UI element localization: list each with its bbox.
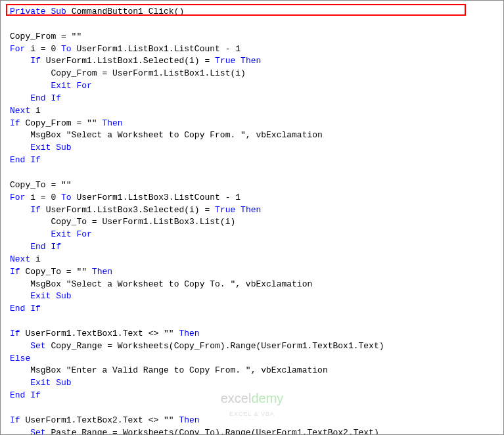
code-text [10,378,30,388]
code-text: UserForm1.ListBox3.ListCount - 1 [72,193,241,202]
code-text [10,242,30,252]
code-keyword: Next [10,106,30,116]
code-text: Paste_Range = Worksheets(Copy_To).Range(… [46,428,379,435]
code-text: i [30,106,41,116]
code-keyword: To [61,44,72,54]
code-line: If Copy_To = "" Then [10,266,494,279]
code-keyword: Set [30,341,45,351]
code-keyword: For [10,193,25,202]
code-line: End If [10,93,494,105]
code-line: End If [10,303,494,315]
code-keyword: End If [30,242,61,252]
code-line: Copy_From = "" [10,31,494,43]
code-text [10,56,30,66]
code-text: MsgBox "Select a Worksheet to Copy From.… [10,130,323,140]
code-text: Copy_To = "" [20,267,92,277]
code-keyword: If [10,118,20,128]
code-line: For i = 0 To UserForm1.ListBox1.ListCoun… [10,43,494,56]
code-keyword: End If [10,304,41,313]
code-line: Else [10,353,494,365]
code-text: i = 0 [25,193,61,202]
code-line [10,315,494,328]
code-keyword: Exit Sub [30,291,71,301]
code-keyword: True Then [215,56,261,66]
code-text [10,205,30,215]
code-text [10,143,30,152]
code-keyword: Exit Sub [30,143,71,152]
code-keyword: To [61,193,72,202]
code-line: End If [10,154,494,167]
code-keyword: Then [92,267,112,277]
code-keyword: If [10,415,20,425]
code-text [10,229,51,239]
code-text [10,428,30,435]
code-line: If UserForm1.ListBox3.Selected(i) = True… [10,204,494,217]
code-keyword: If [10,267,20,277]
code-line [10,167,494,179]
code-text: CommandButton1_Click() [66,7,184,16]
code-text: UserForm1.TextBox1.Text <> "" [20,329,179,338]
code-line: MsgBox "Select a Worksheet to Copy From.… [10,129,494,142]
code-text: UserForm1.TextBox2.Text <> "" [20,415,179,425]
code-keyword: Exit For [51,81,91,91]
code-line: Exit Sub [10,142,494,154]
code-text: Copy_From = UserForm1.ListBox1.List(i) [10,68,246,78]
code-text: Copy_To = "" [10,180,72,190]
code-keyword: End If [10,155,41,165]
code-keyword: Then [179,415,199,425]
code-line: If Copy_From = "" Then [10,118,494,130]
code-line: MsgBox "Enter a Valid Range to Copy From… [10,365,494,377]
code-line: Set Copy_Range = Worksheets(Copy_From).R… [10,340,494,353]
code-keyword: For [10,44,25,54]
code-line: Next i [10,105,494,118]
code-line: Exit Sub [10,377,494,390]
code-keyword: If [30,56,41,66]
code-line: For i = 0 To UserForm1.ListBox3.ListCoun… [10,192,494,204]
code-line: Copy_From = UserForm1.ListBox1.List(i) [10,68,494,80]
code-line: Copy_To = "" [10,179,494,192]
code-line: MsgBox "Select a Worksheet to Copy To. "… [10,279,494,291]
code-line: If UserForm1.TextBox1.Text <> "" Then [10,328,494,340]
code-keyword: Exit Sub [30,378,71,388]
code-line: Next i [10,254,494,266]
code-text [10,341,30,351]
code-line: End If [10,390,494,402]
code-text: Copy_From = "" [10,32,81,41]
code-text: Copy_From = "" [20,118,103,128]
code-text: Copy_Range = Worksheets(Copy_From).Range… [46,341,384,351]
code-keyword: End If [10,390,41,400]
code-text: i = 0 [25,44,61,54]
code-keyword: Then [179,329,199,338]
code-keyword: Private Sub [10,7,66,16]
code-text [10,93,30,103]
code-text [10,291,30,301]
code-keyword: End If [30,93,61,103]
code-line: Copy_To = UserForm1.ListBox3.List(i) [10,216,494,229]
code-line: Set Paste_Range = Worksheets(Copy_To).Ra… [10,427,494,435]
code-keyword: True Then [215,205,261,215]
code-keyword: If [10,329,20,338]
code-editor[interactable]: Private Sub CommandButton1_Click() Copy_… [1,1,503,435]
code-line: If UserForm1.ListBox1.Selected(i) = True… [10,55,494,68]
code-line: End If [10,241,494,254]
code-line: If UserForm1.TextBox2.Text <> "" Then [10,415,494,427]
code-line [10,18,494,31]
code-line: Private Sub CommandButton1_Click() [10,6,494,18]
code-text [10,81,51,91]
code-keyword: Exit For [51,229,91,239]
code-text: UserForm1.ListBox1.ListCount - 1 [72,44,241,54]
code-keyword: Then [102,118,122,128]
code-text: UserForm1.ListBox3.Selected(i) = [41,205,215,215]
code-line: Exit For [10,80,494,93]
code-text: i [30,254,41,264]
code-line [10,402,494,415]
code-text: Copy_To = UserForm1.ListBox3.List(i) [10,217,235,227]
code-line: Exit Sub [10,290,494,303]
code-keyword: If [30,205,41,215]
code-text: MsgBox "Select a Worksheet to Copy To. "… [10,279,312,289]
code-keyword: Else [10,354,30,363]
code-keyword: Next [10,254,30,264]
code-text: MsgBox "Enter a Valid Range to Copy From… [10,365,328,375]
code-text: UserForm1.ListBox1.Selected(i) = [41,56,215,66]
code-line: Exit For [10,229,494,241]
